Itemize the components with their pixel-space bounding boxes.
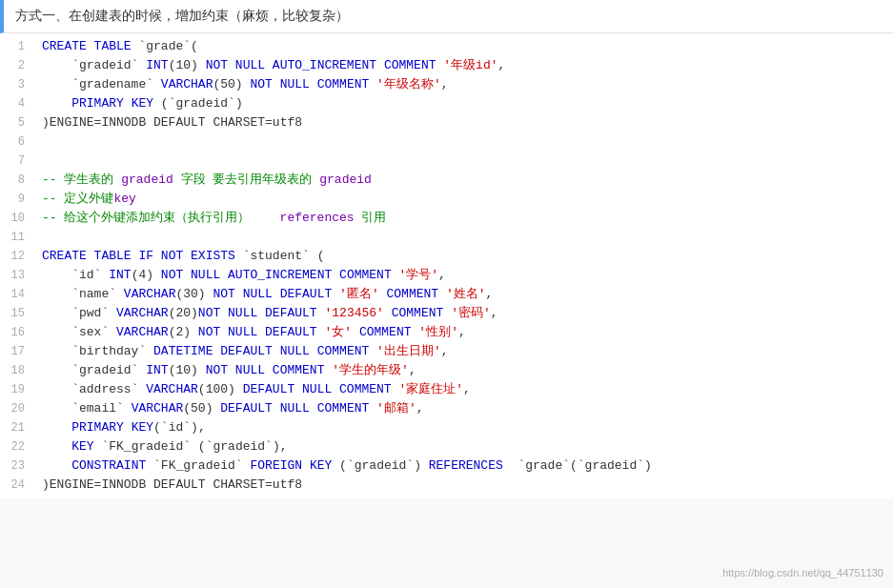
token: '年级名称' <box>376 77 441 91</box>
token <box>235 249 243 263</box>
table-row: 3 `gradename` VARCHAR(50) NOT NULL COMME… <box>0 75 893 94</box>
token: CREATE TABLE <box>42 39 138 53</box>
token: INT <box>146 58 168 72</box>
line-content: CREATE TABLE IF NOT EXISTS `student` ( <box>34 247 324 266</box>
token: -- 学生表的 <box>42 172 121 187</box>
token: `gradeid` <box>42 363 146 377</box>
token: `grade` <box>138 39 191 53</box>
line-number: 23 <box>0 456 34 476</box>
token: VARCHAR <box>116 325 169 339</box>
line-number: 11 <box>0 228 34 247</box>
line-content: `birthday` DATETIME DEFAULT NULL COMMENT… <box>34 342 449 361</box>
token: COMMENT <box>317 77 370 91</box>
token: '学生的年级' <box>332 363 409 377</box>
token: `gradeid` <box>169 96 235 111</box>
token: VARCHAR <box>132 401 184 416</box>
token: IF NOT EXISTS <box>138 249 234 263</box>
table-row: 12CREATE TABLE IF NOT EXISTS `student` ( <box>0 247 893 266</box>
token: INT <box>109 268 131 282</box>
token: CONSTRAINT <box>71 458 146 473</box>
token: ( <box>570 458 578 473</box>
table-row: 10-- 给这个外键添加约束（执行引用） references 引用 <box>0 209 893 228</box>
line-number: 8 <box>0 171 34 190</box>
header-text: 方式一、在创建表的时候，增加约束（麻烦，比较复杂） <box>15 9 349 24</box>
token: COMMENT <box>359 325 412 339</box>
token: ( <box>191 39 198 53</box>
table-row: 9-- 定义外键key <box>0 190 893 209</box>
token: `gradename` <box>42 77 161 91</box>
token: '年级id' <box>443 58 497 72</box>
token: COMMENT <box>392 306 444 320</box>
token: (50) <box>213 77 250 91</box>
token: '性别' <box>418 325 458 339</box>
token <box>392 268 399 282</box>
table-row: 22 KEY `FK_gradeid` (`gradeid`), <box>0 437 893 456</box>
line-content: -- 给这个外键添加约束（执行引用） references 引用 <box>34 209 386 228</box>
line-content: `address` VARCHAR(100) DEFAULT NULL COMM… <box>34 380 471 399</box>
line-content: `gradeid` INT(10) NOT NULL COMMENT '学生的年… <box>34 361 416 380</box>
token: (2) <box>169 325 198 339</box>
token: , <box>438 268 446 282</box>
token: 引用 <box>355 211 387 225</box>
token: , <box>416 401 424 416</box>
token: `FK_gradeid` <box>101 439 191 454</box>
token: INT <box>146 363 168 377</box>
token: NOT NULL AUTO_INCREMENT <box>161 268 339 282</box>
token: COMMENT <box>384 58 436 72</box>
token: key <box>113 192 135 206</box>
line-number: 24 <box>0 476 34 495</box>
line-number: 4 <box>0 94 34 113</box>
token: VARCHAR <box>116 306 169 320</box>
token: NOT NULL DEFAULT <box>198 325 317 339</box>
token: , <box>441 77 449 91</box>
token: VARCHAR <box>161 77 213 91</box>
token: NOT NULL AUTO_INCREMENT <box>206 58 384 72</box>
line-content: `email` VARCHAR(50) DEFAULT NULL COMMENT… <box>34 399 424 418</box>
table-row: 7 <box>0 152 893 171</box>
token: PRIMARY KEY <box>71 420 153 435</box>
line-number: 21 <box>0 418 34 437</box>
token: (20) <box>169 306 198 320</box>
line-number: 16 <box>0 323 34 342</box>
token <box>443 306 451 320</box>
line-number: 18 <box>0 361 34 380</box>
token: `id` <box>42 268 109 282</box>
token: KEY <box>71 439 93 454</box>
token: ( <box>153 420 161 435</box>
token: (10) <box>169 363 206 377</box>
table-row: 21 PRIMARY KEY(`id`), <box>0 418 893 437</box>
token: COMMENT <box>339 268 392 282</box>
token: COMMENT <box>273 363 325 377</box>
line-content: KEY `FK_gradeid` (`gradeid`), <box>34 437 288 456</box>
token: NOT NULL DEFAULT <box>198 306 317 320</box>
table-row: 18 `gradeid` INT(10) NOT NULL COMMENT '学… <box>0 361 893 380</box>
token: `address` <box>42 382 146 396</box>
token: gradeid <box>319 172 372 187</box>
token: ) <box>235 96 243 111</box>
token: COMMENT <box>317 401 370 416</box>
token: '姓名' <box>446 287 486 301</box>
line-number: 14 <box>0 285 34 304</box>
token <box>384 306 392 320</box>
token: -- 定义外键 <box>42 192 113 206</box>
token: `name` <box>42 287 124 301</box>
token <box>369 77 376 91</box>
token: `birthday` <box>42 344 153 358</box>
line-content: `pwd` VARCHAR(20)NOT NULL DEFAULT '12345… <box>34 304 498 323</box>
token <box>42 420 71 435</box>
code-container: 1CREATE TABLE `grade`(2 `gradeid` INT(10… <box>0 33 893 498</box>
table-row: 19 `address` VARCHAR(100) DEFAULT NULL C… <box>0 380 893 399</box>
token: '女' <box>324 325 352 339</box>
token: `gradeid` <box>578 458 644 473</box>
token: , <box>441 344 449 358</box>
token: '邮箱' <box>376 401 416 416</box>
token: `student` <box>243 249 310 263</box>
line-number: 5 <box>0 113 34 132</box>
line-number: 15 <box>0 304 34 323</box>
header-bar: 方式一、在创建表的时候，增加约束（麻烦，比较复杂） <box>0 0 893 33</box>
table-row: 17 `birthday` DATETIME DEFAULT NULL COMM… <box>0 342 893 361</box>
token: '家庭住址' <box>398 382 463 396</box>
token: ), <box>191 420 206 435</box>
token: '匿名' <box>339 287 379 301</box>
token: `email` <box>42 401 132 416</box>
